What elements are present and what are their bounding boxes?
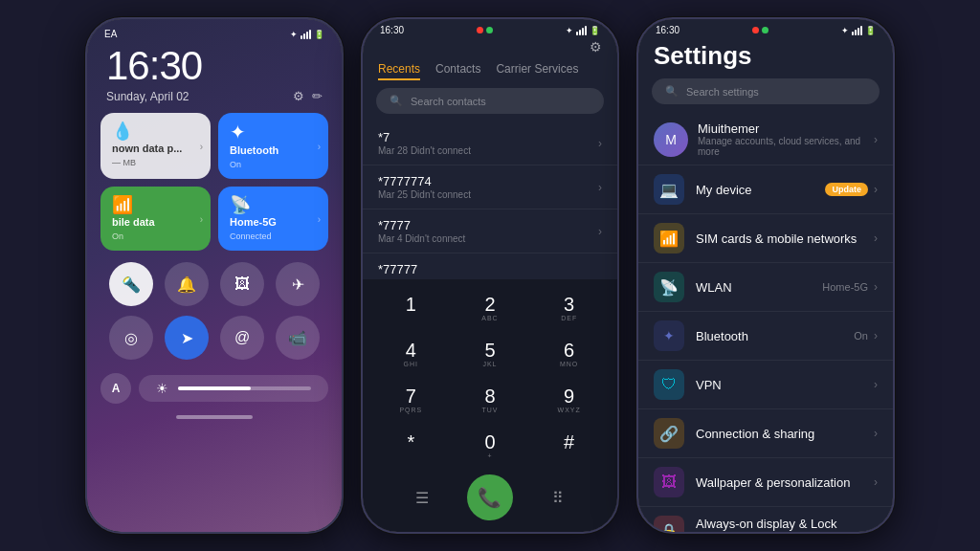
sim-label: SIM cards & mobile networks xyxy=(696,231,862,246)
call-button[interactable]: 📞 xyxy=(467,474,513,520)
phone1-status-left: EA xyxy=(104,29,117,39)
update-badge: Update xyxy=(825,183,868,196)
cc-tile-data-title: nown data p... xyxy=(112,143,199,155)
sim-chevron: › xyxy=(874,231,878,245)
cc-tile-mobile-title: bile data xyxy=(112,216,199,229)
cc-tile-mobile-arrow: › xyxy=(200,213,203,224)
home-indicator xyxy=(176,415,253,419)
battery-icon: 🔋 xyxy=(314,30,324,39)
tab-contacts[interactable]: Contacts xyxy=(435,62,480,80)
connection-label: Connection & sharing xyxy=(696,427,862,441)
key-5[interactable]: 5JKL xyxy=(452,333,529,377)
gear-icon[interactable]: ⚙ xyxy=(293,89,304,103)
keypad-button[interactable]: ⠿ xyxy=(541,480,575,515)
wallpaper-chevron: › xyxy=(874,475,878,489)
cc-btn-nfc[interactable]: @ xyxy=(220,316,264,360)
settings-item-mydevice[interactable]: 💻 My device Update › xyxy=(638,165,893,214)
phone-settings-icon[interactable]: ⚙ xyxy=(590,39,602,55)
signal-icon2 xyxy=(576,26,587,35)
tab-carrier[interactable]: Carrier Services xyxy=(496,62,578,80)
dialer-search-bar[interactable]: 🔍 Search contacts xyxy=(376,88,604,114)
key-7[interactable]: 7PQRS xyxy=(372,379,450,423)
miuithemer-chevron: › xyxy=(874,133,878,146)
dot-green xyxy=(486,27,493,33)
connection-chevron: › xyxy=(874,427,878,440)
signal-icon3 xyxy=(852,26,862,35)
settings-item-connection[interactable]: 🔗 Connection & sharing › xyxy=(638,409,893,458)
cc-tile-wifi[interactable]: 📡 Home-5G Connected › xyxy=(218,187,328,251)
miuithemer-name: Miuithemer xyxy=(698,121,864,136)
settings-item-bluetooth[interactable]: ✦ Bluetooth On › xyxy=(638,312,893,361)
cc-tile-bluetooth-arrow: › xyxy=(318,141,321,151)
menu-button[interactable]: ☰ xyxy=(405,480,439,515)
vpn-label: VPN xyxy=(696,378,862,392)
cc-icons-row1: 🔦 🔔 🖼 ✈ xyxy=(87,258,342,310)
mobile-icon: 📶 xyxy=(112,196,199,213)
edit-icon[interactable]: ✏ xyxy=(312,89,323,103)
bt-icon2: ✦ xyxy=(566,26,573,35)
bluetooth-label: Bluetooth xyxy=(696,329,842,343)
search-placeholder: Search contacts xyxy=(411,96,486,107)
call-item-2[interactable]: *7777774 Mar 25 Didn't connect › xyxy=(363,165,617,209)
phone2-status-dots xyxy=(477,27,493,33)
key-2[interactable]: 2ABC xyxy=(452,287,529,331)
cc-tile-wifi-sub: Connected xyxy=(230,231,317,241)
brightness-slider[interactable] xyxy=(178,386,311,390)
cc-font-button[interactable]: A xyxy=(100,373,131,404)
cc-btn-airplane[interactable]: ✈ xyxy=(276,262,320,306)
wallpaper-label: Wallpaper & personalization xyxy=(696,475,862,490)
settings-item-vpn[interactable]: 🛡 VPN › xyxy=(638,361,893,409)
call-number-2: *7777774 xyxy=(378,174,598,188)
sim-icon: 📶 xyxy=(654,223,684,253)
key-6[interactable]: 6MNO xyxy=(530,333,608,377)
key-hash[interactable]: # xyxy=(530,425,608,469)
phone2-status-bar: 16:30 ✦ 🔋 xyxy=(363,19,617,37)
mydevice-label: My device xyxy=(696,183,813,197)
settings-item-wallpaper[interactable]: 🖼 Wallpaper & personalization › xyxy=(638,458,893,507)
cc-tile-mobile-sub: On xyxy=(112,231,199,241)
cc-icons-row2: ◎ ➤ @ 📹 xyxy=(87,310,342,367)
key-star[interactable]: * xyxy=(372,425,450,469)
key-9[interactable]: 9WXYZ xyxy=(530,379,608,423)
settings-item-sim[interactable]: 📶 SIM cards & mobile networks › xyxy=(638,214,893,263)
cc-btn-eye[interactable]: ◎ xyxy=(109,316,153,360)
cc-btn-camera[interactable]: 📹 xyxy=(276,316,320,360)
battery-icon2: 🔋 xyxy=(590,26,600,35)
call-item-4[interactable]: *77777 xyxy=(363,253,617,279)
call-number-1: *7 xyxy=(378,130,598,144)
cc-tile-bluetooth[interactable]: ✦ Bluetooth On › xyxy=(218,113,328,179)
vpn-icon: 🛡 xyxy=(654,369,684,400)
cc-tile-bluetooth-sub: On xyxy=(230,160,317,169)
phone2-settings-row: ⚙ xyxy=(363,37,617,58)
key-0[interactable]: 0+ xyxy=(452,425,529,469)
cc-time: 16:30 xyxy=(87,41,342,89)
call-arrow-1: › xyxy=(598,137,602,150)
call-arrow-3: › xyxy=(598,225,602,238)
dialer-call-list: *7 Mar 28 Didn't connect › *7777774 Mar … xyxy=(363,121,617,279)
miuithemer-sub: Manage accounts, cloud services, and mor… xyxy=(698,136,864,157)
call-item-3[interactable]: *7777 Mar 4 Didn't connect › xyxy=(363,209,617,253)
phone2-status-right: ✦ 🔋 xyxy=(566,26,600,35)
tab-recents[interactable]: Recents xyxy=(378,62,420,80)
cc-btn-flashlight[interactable]: 🔦 xyxy=(109,262,153,306)
settings-search-bar[interactable]: 🔍 Search settings xyxy=(652,78,880,104)
settings-item-display[interactable]: 🔒 Always-on display & Lock screen › xyxy=(638,507,893,532)
phone3-status-right: ✦ 🔋 xyxy=(841,26,876,35)
cc-btn-screenshot[interactable]: 🖼 xyxy=(220,262,264,306)
settings-item-miuithemer[interactable]: M Miuithemer Manage accounts, cloud serv… xyxy=(638,114,893,165)
cc-tile-mobile[interactable]: 📶 bile data On › xyxy=(100,187,211,251)
cc-tile-data[interactable]: 💧 nown data p... — MB › xyxy=(100,113,211,179)
cc-btn-bell[interactable]: 🔔 xyxy=(165,262,209,306)
bluetooth-chevron: › xyxy=(874,329,878,342)
dot-red xyxy=(477,27,483,33)
key-8[interactable]: 8TUV xyxy=(452,379,529,423)
cc-btn-location[interactable]: ➤ xyxy=(165,316,209,360)
key-4[interactable]: 4GHI xyxy=(372,333,450,377)
data-icon: 💧 xyxy=(112,122,199,140)
phone3-status-bar: 16:30 ✦ 🔋 xyxy=(638,19,893,37)
dialer-tabs: Recents Contacts Carrier Services xyxy=(363,58,617,88)
settings-item-wlan[interactable]: 📡 WLAN Home-5G › xyxy=(638,263,893,312)
key-3[interactable]: 3DEF xyxy=(530,287,608,331)
call-item-1[interactable]: *7 Mar 28 Didn't connect › xyxy=(363,121,617,165)
key-1[interactable]: 1 xyxy=(372,287,450,331)
